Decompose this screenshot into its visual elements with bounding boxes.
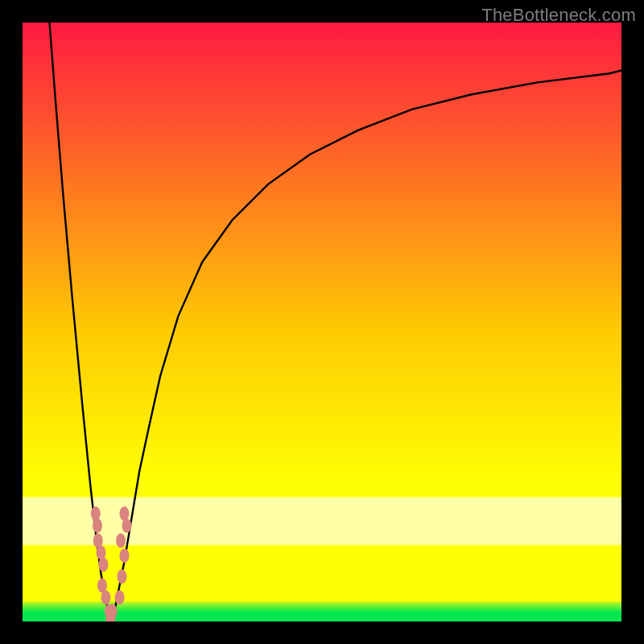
- highlight-dot: [118, 569, 127, 584]
- highlight-dot: [119, 548, 129, 563]
- gradient-background: [23, 23, 621, 621]
- highlight-dot: [115, 590, 125, 605]
- highlight-dot: [91, 506, 101, 521]
- highlight-dot: [98, 557, 108, 572]
- highlight-dot: [116, 534, 126, 548]
- highlight-dot: [101, 590, 110, 605]
- highlight-dot: [119, 506, 129, 521]
- plot-area: [23, 23, 621, 621]
- chart-frame: TheBottleneck.com: [0, 0, 644, 644]
- attribution-text: TheBottleneck.com: [481, 5, 636, 26]
- highlight-dot: [93, 518, 102, 533]
- chart-svg: [23, 23, 621, 621]
